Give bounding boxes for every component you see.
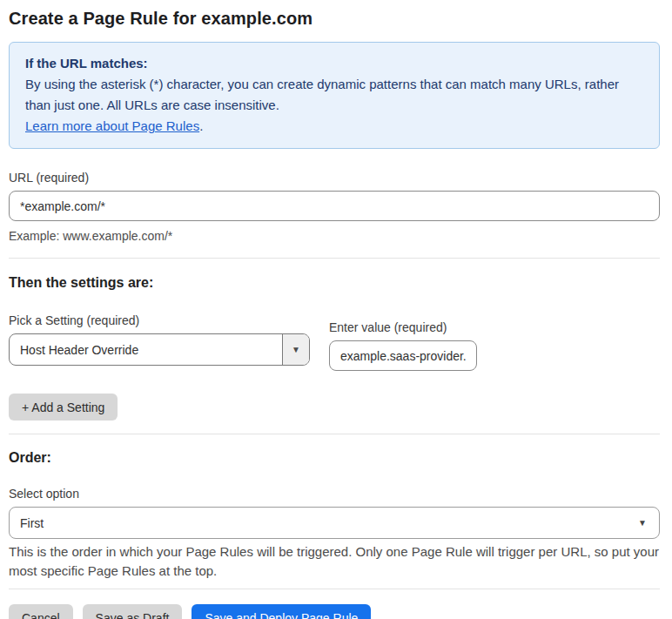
order-help-text: This is the order in which your Page Rul… <box>9 542 660 581</box>
learn-more-link[interactable]: Learn more about Page Rules <box>25 118 199 133</box>
divider <box>9 434 660 434</box>
settings-row: Pick a Setting (required) Host Header Ov… <box>9 313 660 371</box>
setting-select[interactable]: Host Header Override ▼ <box>9 333 310 366</box>
setting-picker-column: Pick a Setting (required) Host Header Ov… <box>9 313 310 366</box>
setting-select-value: Host Header Override <box>10 343 282 357</box>
divider <box>9 258 660 259</box>
url-input[interactable] <box>9 191 660 221</box>
chevron-down-icon: ▼ <box>638 518 659 528</box>
divider <box>9 589 660 589</box>
pick-setting-label: Pick a Setting (required) <box>9 313 310 328</box>
page-title: Create a Page Rule for example.com <box>9 7 660 30</box>
enter-value-label: Enter value (required) <box>329 320 477 335</box>
settings-section-heading: Then the settings are: <box>9 274 660 292</box>
info-box-body: By using the asterisk (*) character, you… <box>25 74 643 116</box>
save-deploy-button[interactable]: Save and Deploy Page Rule <box>192 604 371 619</box>
info-box-heading: If the URL matches: <box>25 53 643 74</box>
url-label: URL (required) <box>9 170 660 185</box>
url-example-hint: Example: www.example.com/* <box>9 228 660 244</box>
add-setting-button[interactable]: + Add a Setting <box>9 394 118 421</box>
url-match-info-box: If the URL matches: By using the asteris… <box>9 42 660 149</box>
info-box-link-line: Learn more about Page Rules. <box>25 116 643 137</box>
setting-value-column: Enter value (required) <box>329 320 477 371</box>
order-select-value: First <box>10 516 638 530</box>
form-actions: Cancel Save as Draft Save and Deploy Pag… <box>9 604 660 619</box>
order-select-label: Select option <box>9 486 660 501</box>
order-section-heading: Order: <box>9 449 660 467</box>
setting-value-input[interactable] <box>329 340 477 371</box>
cancel-button[interactable]: Cancel <box>9 604 73 619</box>
order-select[interactable]: First ▼ <box>9 507 660 539</box>
create-page-rule-form: Create a Page Rule for example.com If th… <box>0 7 672 619</box>
link-period: . <box>199 118 203 133</box>
chevron-down-icon: ▼ <box>282 334 309 365</box>
save-draft-button[interactable]: Save as Draft <box>83 604 183 619</box>
